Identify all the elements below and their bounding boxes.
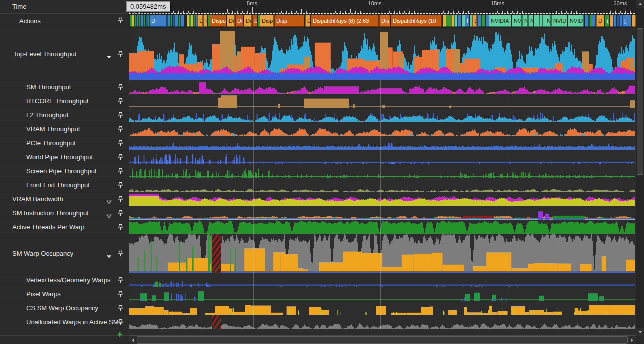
horizontal-scrollbar[interactable]: [129, 336, 636, 344]
action-block[interactable]: Dis: [235, 15, 243, 27]
action-block[interactable]: N: [522, 15, 528, 27]
action-block[interactable]: [174, 15, 178, 27]
vertical-scrollbar-track[interactable]: [636, 8, 644, 328]
action-block[interactable]: Disp: [260, 15, 274, 27]
pin-icon[interactable]: [117, 98, 125, 106]
timeline-row-vram-throughput[interactable]: [129, 122, 636, 136]
sidebar-row-l2-throughput[interactable]: L2 Throughput: [0, 108, 129, 122]
action-block[interactable]: N: [545, 15, 551, 27]
action-block[interactable]: [477, 15, 481, 27]
sidebar-row-vram-bandwidth[interactable]: VRAM Bandwidth: [0, 192, 129, 206]
rtcore-throughput-chart[interactable]: [129, 94, 635, 108]
sidebar-row-world-pipe-throughput[interactable]: World Pipe Throughput: [0, 150, 129, 164]
expand-filled-triangle-icon[interactable]: [106, 52, 112, 56]
active-threads-per-warp-chart[interactable]: [129, 220, 635, 234]
scroll-down-button[interactable]: [636, 328, 644, 336]
timeline-row-unallocated-warps[interactable]: [129, 316, 636, 330]
action-block[interactable]: [632, 15, 636, 27]
action-block[interactable]: E: [472, 15, 477, 27]
pin-icon[interactable]: [117, 196, 125, 204]
timeline-row-screen-pipe-throughput[interactable]: [129, 164, 636, 178]
pin-icon[interactable]: [117, 17, 125, 25]
timeline-row-filler[interactable]: [129, 330, 636, 336]
timeline-row-sm-instruction-throughput[interactable]: [129, 206, 636, 220]
sidebar-row-screen-pipe-throughput[interactable]: Screen Pipe Throughput: [0, 164, 129, 178]
timeline-row-active-threads-per-warp[interactable]: [129, 220, 636, 234]
l2-throughput-chart[interactable]: [129, 108, 635, 122]
expand-hollow-triangle-icon[interactable]: [106, 198, 112, 202]
pin-icon[interactable]: [117, 168, 125, 176]
screen-pipe-throughput-chart[interactable]: [129, 164, 635, 178]
action-block[interactable]: [: [622, 15, 631, 27]
pin-icon[interactable]: [117, 84, 125, 92]
pin-icon[interactable]: [117, 318, 125, 326]
sm-throughput-chart[interactable]: [129, 80, 635, 94]
sidebar-row-cs-sm-warp-occupancy[interactable]: CS SM Warp Occupancy: [0, 302, 129, 316]
vertex-tess-geometry-warps-chart[interactable]: [129, 274, 635, 287]
action-block[interactable]: I: [465, 15, 469, 27]
sidebar-row-vertex-tess-geometry-warps[interactable]: Vertex/Tess/Geometry Warps: [0, 274, 129, 288]
sidebar-row-top-level-throughput[interactable]: Top-Level Throughput: [0, 28, 129, 80]
timeline-row-top-level-throughput[interactable]: [129, 28, 636, 80]
action-block[interactable]: Dis: [379, 15, 390, 27]
world-pipe-throughput-chart[interactable]: [129, 150, 635, 164]
sidebar-row-rtcore-throughput[interactable]: RTCORE Throughput: [0, 94, 129, 108]
pin-icon[interactable]: [117, 224, 125, 232]
expand-filled-triangle-icon[interactable]: [106, 252, 112, 256]
add-metric-button[interactable]: +: [117, 330, 123, 339]
timeline-row-vram-bandwidth[interactable]: [129, 192, 636, 206]
scroll-right-button[interactable]: [628, 336, 636, 344]
scroll-up-button[interactable]: [636, 0, 644, 8]
action-block[interactable]: D: [305, 15, 310, 27]
action-block[interactable]: [585, 15, 589, 27]
timeline-row-front-end-throughput[interactable]: [129, 178, 636, 192]
sidebar-row-sm-throughput[interactable]: SM Throughput: [0, 80, 129, 94]
action-block[interactable]: [592, 15, 596, 27]
timeline-row-pcie-throughput[interactable]: [129, 136, 636, 150]
sm-warp-occupancy-chart[interactable]: [129, 234, 635, 273]
vertical-scrollbar[interactable]: [636, 0, 644, 344]
sidebar-row-active-threads-per-warp[interactable]: Active Threads Per Warp: [0, 220, 129, 234]
timeline-row-l2-throughput[interactable]: [129, 108, 636, 122]
sidebar-row-sm-warp-occupancy[interactable]: SM Warp Occupancy: [0, 234, 129, 274]
timeline-row-rtcore-throughput[interactable]: [129, 94, 636, 108]
sidebar-row-vram-throughput[interactable]: VRAM Throughput: [0, 122, 129, 136]
sidebar-row-pixel-warps[interactable]: Pixel Warps: [0, 288, 129, 302]
timeline-row-time[interactable]: 0ms5ms10ms15ms20ms: [129, 0, 636, 14]
action-block[interactable]: Di: [252, 15, 257, 27]
timeline-row-world-pipe-throughput[interactable]: [129, 150, 636, 164]
sidebar-row-unallocated-warps[interactable]: Unallocated Warps in Active SMs: [0, 316, 129, 330]
action-block[interactable]: NVID: [568, 15, 584, 27]
front-end-throughput-chart[interactable]: [129, 178, 635, 192]
action-block[interactable]: DispatchRays (10: [391, 15, 442, 27]
pin-icon[interactable]: [117, 250, 125, 258]
scroll-left-button[interactable]: [129, 336, 137, 344]
expand-hollow-triangle-icon[interactable]: [106, 212, 112, 216]
action-block[interactable]: DispatchRays (8) (2.63: [311, 15, 379, 27]
action-block[interactable]: [457, 15, 461, 27]
action-block[interactable]: D: [149, 15, 167, 27]
pixel-warps-chart[interactable]: [129, 288, 635, 301]
action-block[interactable]: Disp: [244, 15, 252, 27]
vram-throughput-chart[interactable]: [129, 122, 635, 136]
action-block[interactable]: Disp: [274, 15, 304, 27]
action-block[interactable]: NVIDIA: [489, 15, 511, 27]
action-block[interactable]: D: [197, 15, 203, 27]
action-block[interactable]: N: [528, 15, 533, 27]
sidebar-row-time[interactable]: Time: [0, 0, 129, 14]
unallocated-warps-chart[interactable]: [129, 316, 635, 329]
pin-icon[interactable]: [117, 112, 125, 120]
pin-icon[interactable]: [117, 210, 125, 218]
sidebar-row-sm-instruction-throughput[interactable]: SM Instruction Throughput: [0, 206, 129, 220]
timeline-row-sm-warp-occupancy[interactable]: [129, 234, 636, 274]
pin-icon[interactable]: [117, 50, 125, 58]
timeline-row-vertex-tess-geometry-warps[interactable]: [129, 274, 636, 288]
pin-icon[interactable]: [117, 276, 125, 284]
action-block[interactable]: I: [203, 15, 207, 27]
timeline-row-sm-throughput[interactable]: [129, 80, 636, 94]
timeline-row-cs-sm-warp-occupancy[interactable]: [129, 302, 636, 316]
horizontal-scrollbar-thumb[interactable]: [137, 336, 628, 344]
action-block[interactable]: NV: [512, 15, 522, 27]
top-level-throughput-chart[interactable]: [129, 28, 635, 80]
pin-icon[interactable]: [117, 126, 125, 134]
